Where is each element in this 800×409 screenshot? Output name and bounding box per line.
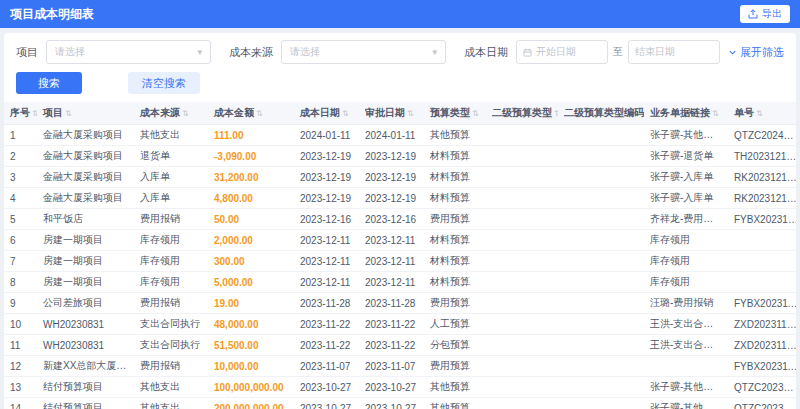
- column-header-cost-date[interactable]: 成本日期⇅: [294, 102, 359, 125]
- budget-type-cell: 材料预算: [424, 251, 486, 272]
- sub-budget-code-cell: [558, 230, 644, 251]
- doc-no-cell: [728, 230, 796, 251]
- sort-icon[interactable]: ⇅: [554, 109, 558, 118]
- doc-no-cell: QTZC20231027002: [728, 398, 796, 409]
- doc-no-cell: FYBX20231128001: [728, 293, 796, 314]
- row-index-cell: 9: [4, 293, 37, 314]
- sub-budget-type-cell: [486, 167, 558, 188]
- sub-budget-type-cell: [486, 230, 558, 251]
- column-header-doc-no[interactable]: 单号⇅: [728, 102, 796, 125]
- row-index-cell: 11: [4, 335, 37, 356]
- budget-type-cell: 材料预算: [424, 167, 486, 188]
- cost-source-cell: 入库单: [134, 188, 208, 209]
- budget-type-cell: 费用预算: [424, 209, 486, 230]
- page-title: 项目成本明细表: [10, 6, 94, 23]
- doc-link-cell[interactable]: 库存领用: [644, 230, 728, 251]
- doc-link-cell[interactable]: 张子骥-入库单: [644, 188, 728, 209]
- action-bar: 搜索 清空搜索: [4, 70, 796, 102]
- cost-source-cell: 支出合同执行: [134, 335, 208, 356]
- project-cell: 新建XX总部大厦工程二期: [37, 356, 134, 377]
- sub-budget-type-cell: [486, 146, 558, 167]
- sub-budget-type-cell: [486, 398, 558, 409]
- column-header-label: 二级预算类型: [492, 107, 552, 118]
- export-button[interactable]: 导出: [740, 5, 790, 23]
- doc-link-cell[interactable]: 齐祥龙-费用报销: [644, 209, 728, 230]
- clear-search-button[interactable]: 清空搜索: [128, 72, 200, 94]
- cost-amount-cell: 111.00: [208, 125, 294, 146]
- date-filter-label: 成本日期: [464, 45, 508, 60]
- sort-icon[interactable]: ⇅: [472, 109, 479, 118]
- doc-link-cell[interactable]: 张子骥-其他支出: [644, 398, 728, 409]
- sub-budget-code-cell: [558, 209, 644, 230]
- doc-link-cell[interactable]: 汪璐-费用报销: [644, 293, 728, 314]
- budget-type-cell: 人工预算: [424, 314, 486, 335]
- cost-date-cell: 2023-11-28: [294, 293, 359, 314]
- budget-type-cell: 材料预算: [424, 188, 486, 209]
- doc-no-cell: TH20231219001: [728, 146, 796, 167]
- sub-budget-type-cell: [486, 209, 558, 230]
- column-header-label: 成本金额: [214, 107, 254, 118]
- approval-date-cell: 2023-11-22: [359, 335, 424, 356]
- doc-link-cell[interactable]: 张子骥-退货单: [644, 146, 728, 167]
- row-index-cell: 13: [4, 377, 37, 398]
- cost-amount-cell: 100,000,000.00: [208, 377, 294, 398]
- sort-icon[interactable]: ⇅: [32, 109, 37, 118]
- column-header-cost-amount[interactable]: 成本金额⇅: [208, 102, 294, 125]
- column-header-budget-type[interactable]: 预算类型⇅: [424, 102, 486, 125]
- doc-no-cell: QTZC20240111001: [728, 125, 796, 146]
- doc-link-cell[interactable]: 张子骥-其他支出: [644, 125, 728, 146]
- start-date-input[interactable]: 开始日期: [516, 40, 608, 64]
- budget-type-cell: 其他预算: [424, 125, 486, 146]
- cost-source-select[interactable]: 请选择 ▾: [281, 40, 446, 64]
- sort-icon[interactable]: ⇅: [342, 109, 349, 118]
- sub-budget-type-cell: [486, 188, 558, 209]
- cost-date-cell: 2024-01-11: [294, 125, 359, 146]
- column-header-row-index[interactable]: 序号⇅: [4, 102, 37, 125]
- cost-date-cell: 2023-12-11: [294, 272, 359, 293]
- project-cell: 金融大厦采购项目: [37, 146, 134, 167]
- cost-date-cell: 2023-11-07: [294, 356, 359, 377]
- sort-icon[interactable]: ⇅: [182, 109, 189, 118]
- budget-type-cell: 材料预算: [424, 146, 486, 167]
- sort-icon[interactable]: ⇅: [756, 109, 763, 118]
- chevron-down-icon: ▾: [432, 47, 437, 57]
- project-cell: 和平饭店: [37, 209, 134, 230]
- doc-link-cell[interactable]: 库存领用: [644, 251, 728, 272]
- column-header-doc-link[interactable]: 业务单据链接⇅: [644, 102, 728, 125]
- doc-link-cell[interactable]: 库存领用: [644, 272, 728, 293]
- column-header-label: 二级预算类型编码: [564, 107, 644, 118]
- end-date-input[interactable]: 结束日期: [628, 40, 720, 64]
- column-header-sub-budget-type[interactable]: 二级预算类型⇅: [486, 102, 558, 125]
- sort-icon[interactable]: ⇅: [256, 109, 263, 118]
- doc-link-cell[interactable]: 张子骥-入库单: [644, 167, 728, 188]
- doc-link-cell[interactable]: 张子骥-其他支出: [644, 377, 728, 398]
- project-filter-label: 项目: [16, 45, 38, 60]
- project-select[interactable]: 请选择 ▾: [46, 40, 211, 64]
- expand-filter-link[interactable]: 展开筛选: [728, 45, 784, 60]
- sort-icon[interactable]: ⇅: [65, 109, 72, 118]
- cost-amount-cell: 2,000.00: [208, 230, 294, 251]
- table-row: 10WH20230831支出合同执行48,000.002023-11-22202…: [4, 314, 796, 335]
- column-header-approval-date[interactable]: 审批日期⇅: [359, 102, 424, 125]
- cost-source-select-placeholder: 请选择: [290, 45, 320, 59]
- column-header-cost-source[interactable]: 成本来源⇅: [134, 102, 208, 125]
- approval-date-cell: 2023-10-27: [359, 377, 424, 398]
- column-header-sub-budget-code[interactable]: 二级预算类型编码⇅: [558, 102, 644, 125]
- table-row: 8房建一期项目库存领用5,000.002023-12-112023-12-11材…: [4, 272, 796, 293]
- cost-source-cell: 库存领用: [134, 230, 208, 251]
- approval-date-cell: 2023-12-11: [359, 230, 424, 251]
- sort-icon[interactable]: ⇅: [407, 109, 414, 118]
- doc-no-cell: RK20231219003: [728, 167, 796, 188]
- column-header-project[interactable]: 项目⇅: [37, 102, 134, 125]
- approval-date-cell: 2023-12-16: [359, 209, 424, 230]
- end-date-placeholder: 结束日期: [635, 45, 675, 59]
- sort-icon[interactable]: ⇅: [712, 109, 719, 118]
- doc-link-cell[interactable]: 王洪-支出合同执行: [644, 314, 728, 335]
- budget-type-cell: 费用预算: [424, 356, 486, 377]
- search-button[interactable]: 搜索: [16, 72, 82, 94]
- sub-budget-code-cell: [558, 146, 644, 167]
- project-cell: 金融大厦采购项目: [37, 125, 134, 146]
- approval-date-cell: 2023-11-28: [359, 293, 424, 314]
- doc-link-cell[interactable]: 王洪-支出合同执行: [644, 335, 728, 356]
- project-cell: 结付预算项目: [37, 398, 134, 409]
